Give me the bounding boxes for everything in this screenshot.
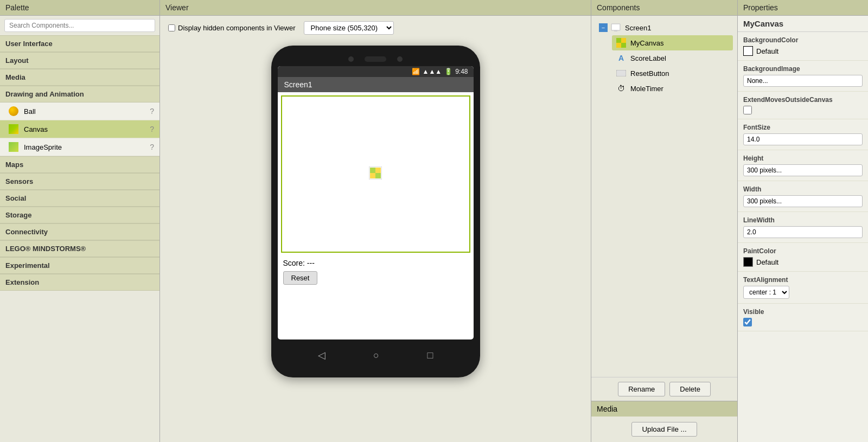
viewer-controls: Display hidden components in Viewer Phon… <box>160 16 591 40</box>
prop-font-size-label: FontSize <box>743 124 863 131</box>
rename-button[interactable]: Rename <box>618 382 665 396</box>
prop-height-value <box>743 164 863 176</box>
phone-screen: 📶 ▲▲▲ 🔋 9:48 Screen1 <box>278 66 474 339</box>
svg-rect-9 <box>616 43 621 48</box>
prop-text-alignment-label: TextAlignment <box>743 276 863 284</box>
imagesprite-icon <box>8 141 20 153</box>
viewer-header: Viewer <box>160 0 591 16</box>
category-user-interface[interactable]: User Interface <box>0 35 159 52</box>
category-experimental[interactable]: Experimental <box>0 257 159 274</box>
prop-background-image: BackgroundImage <box>738 61 868 92</box>
comp-resetbutton[interactable]: ResetButton <box>612 66 733 81</box>
extend-moves-checkbox[interactable] <box>743 106 752 114</box>
palette-item-canvas[interactable]: Canvas ? <box>0 120 159 138</box>
phone-size-select[interactable]: Phone size (505,320)Tablet size (1024,76… <box>304 21 394 35</box>
comp-moletimer[interactable]: ⏱ MoleTimer <box>612 81 733 96</box>
display-hidden-label[interactable]: Display hidden components in Viewer <box>168 24 296 32</box>
phone-reset-button[interactable]: Reset <box>283 271 318 285</box>
phone-app-bar: Screen1 <box>278 77 474 92</box>
properties-header: Properties <box>738 0 868 16</box>
category-lego[interactable]: LEGO® MINDSTORMS® <box>0 240 159 257</box>
display-hidden-checkbox[interactable] <box>168 24 175 31</box>
components-panel: Components − Screen1 <box>591 0 738 442</box>
phone-speaker <box>365 56 386 62</box>
paint-color-text: Default <box>756 258 778 266</box>
search-box <box>4 19 155 32</box>
viewer-panel: Viewer Display hidden components in View… <box>160 0 591 442</box>
home-nav-icon[interactable]: ○ <box>373 350 379 361</box>
svg-rect-2 <box>375 168 381 173</box>
svg-rect-4 <box>375 173 381 178</box>
background-color-text: Default <box>756 47 778 55</box>
svg-rect-6 <box>614 30 617 31</box>
upload-file-button[interactable]: Upload File ... <box>631 422 697 437</box>
svg-rect-5 <box>611 24 620 30</box>
visible-checkbox[interactable] <box>743 318 752 326</box>
phone-bottom-bar: ◁ ○ □ <box>278 344 474 367</box>
paint-color-swatch[interactable] <box>743 257 753 267</box>
collapse-screen1-icon[interactable]: − <box>599 23 608 32</box>
line-width-input[interactable] <box>743 226 863 238</box>
phone-camera <box>348 56 354 62</box>
category-sensors[interactable]: Sensors <box>0 173 159 190</box>
svg-rect-8 <box>621 38 626 43</box>
category-storage[interactable]: Storage <box>0 207 159 223</box>
ball-help-icon[interactable]: ? <box>150 107 154 116</box>
category-media[interactable]: Media <box>0 69 159 86</box>
height-input[interactable] <box>743 164 863 176</box>
screen-name: Screen1 <box>284 80 312 89</box>
recents-nav-icon[interactable]: □ <box>427 350 433 361</box>
imagesprite-label: ImageSprite <box>24 143 150 151</box>
svg-rect-7 <box>616 38 621 43</box>
category-extension[interactable]: Extension <box>0 274 159 291</box>
palette-item-ball[interactable]: Ball ? <box>0 103 159 120</box>
category-social[interactable]: Social <box>0 190 159 207</box>
phone-content: Score: --- Reset <box>278 95 474 339</box>
prop-background-image-value <box>743 75 863 87</box>
prop-line-width-value <box>743 226 863 238</box>
palette-item-imagesprite[interactable]: ImageSprite ? <box>0 138 159 156</box>
comp-scorelabel[interactable]: A ScoreLabel <box>612 50 733 66</box>
canvas-help-icon[interactable]: ? <box>150 125 154 133</box>
comp-screen1[interactable]: − Screen1 <box>596 20 733 35</box>
phone-top-bar <box>278 56 474 62</box>
phone: 📶 ▲▲▲ 🔋 9:48 Screen1 <box>271 46 480 377</box>
text-alignment-select[interactable]: left : 0 center : 1 right : 2 <box>743 286 789 299</box>
prop-line-width: LineWidth <box>738 212 868 243</box>
category-maps[interactable]: Maps <box>0 156 159 173</box>
prop-visible-value <box>743 318 863 326</box>
palette-header: Palette <box>0 0 159 16</box>
prop-width-value <box>743 195 863 207</box>
prop-background-color-value[interactable]: Default <box>743 46 863 56</box>
properties-component-name: MyCanvas <box>738 16 868 32</box>
prop-width-label: Width <box>743 185 863 193</box>
category-drawing-animation[interactable]: Drawing and Animation <box>0 86 159 103</box>
resetbutton-icon <box>615 67 627 79</box>
background-image-input[interactable] <box>743 75 863 87</box>
back-nav-icon[interactable]: ◁ <box>318 349 326 361</box>
search-input[interactable] <box>4 19 155 32</box>
mycanvas-icon <box>615 37 627 49</box>
prop-width: Width <box>738 181 868 212</box>
width-input[interactable] <box>743 195 863 207</box>
delete-button[interactable]: Delete <box>669 382 711 396</box>
comp-mycanvas[interactable]: MyCanvas <box>612 35 733 50</box>
timer-icon: ⏱ <box>617 84 625 93</box>
mycanvas-label: MyCanvas <box>630 39 663 47</box>
svg-rect-10 <box>621 43 626 48</box>
prop-text-alignment-value: left : 0 center : 1 right : 2 <box>743 286 863 299</box>
prop-paint-color-value[interactable]: Default <box>743 257 863 267</box>
prop-visible: Visible <box>738 304 868 331</box>
svg-rect-1 <box>370 168 375 173</box>
prop-paint-color: PaintColor Default <box>738 243 868 272</box>
background-color-swatch[interactable] <box>743 46 753 56</box>
imagesprite-help-icon[interactable]: ? <box>150 143 154 151</box>
comp-children: MyCanvas A ScoreLabel ResetButton <box>612 35 733 96</box>
resetbutton-label: ResetButton <box>630 69 669 78</box>
canvas-area[interactable] <box>281 95 470 253</box>
category-connectivity[interactable]: Connectivity <box>0 223 159 240</box>
font-size-input[interactable] <box>743 133 863 145</box>
phone-status-bar: 📶 ▲▲▲ 🔋 9:48 <box>278 66 474 77</box>
svg-rect-11 <box>616 70 626 76</box>
category-layout[interactable]: Layout <box>0 52 159 69</box>
